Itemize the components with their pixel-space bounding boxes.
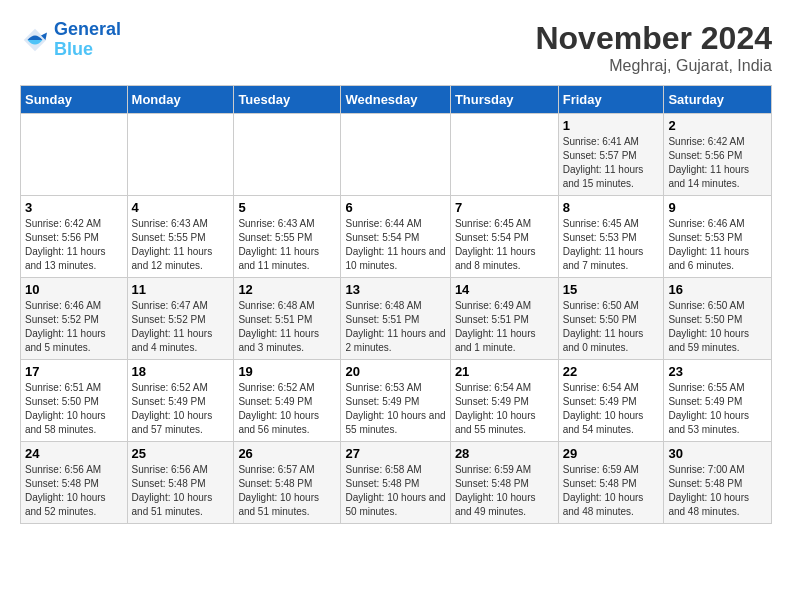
day-number: 14 xyxy=(455,282,554,297)
location: Meghraj, Gujarat, India xyxy=(535,57,772,75)
calendar-cell: 24Sunrise: 6:56 AM Sunset: 5:48 PM Dayli… xyxy=(21,442,128,524)
calendar-cell: 8Sunrise: 6:45 AM Sunset: 5:53 PM Daylig… xyxy=(558,196,664,278)
day-number: 3 xyxy=(25,200,123,215)
day-number: 9 xyxy=(668,200,767,215)
day-info: Sunrise: 6:56 AM Sunset: 5:48 PM Dayligh… xyxy=(132,463,230,519)
day-info: Sunrise: 6:52 AM Sunset: 5:49 PM Dayligh… xyxy=(238,381,336,437)
calendar-cell: 22Sunrise: 6:54 AM Sunset: 5:49 PM Dayli… xyxy=(558,360,664,442)
calendar-cell: 25Sunrise: 6:56 AM Sunset: 5:48 PM Dayli… xyxy=(127,442,234,524)
day-info: Sunrise: 6:44 AM Sunset: 5:54 PM Dayligh… xyxy=(345,217,445,273)
day-number: 22 xyxy=(563,364,660,379)
calendar-cell: 2Sunrise: 6:42 AM Sunset: 5:56 PM Daylig… xyxy=(664,114,772,196)
calendar-cell: 20Sunrise: 6:53 AM Sunset: 5:49 PM Dayli… xyxy=(341,360,450,442)
day-number: 7 xyxy=(455,200,554,215)
day-info: Sunrise: 6:56 AM Sunset: 5:48 PM Dayligh… xyxy=(25,463,123,519)
day-info: Sunrise: 6:52 AM Sunset: 5:49 PM Dayligh… xyxy=(132,381,230,437)
day-number: 25 xyxy=(132,446,230,461)
day-info: Sunrise: 6:59 AM Sunset: 5:48 PM Dayligh… xyxy=(563,463,660,519)
calendar-cell: 26Sunrise: 6:57 AM Sunset: 5:48 PM Dayli… xyxy=(234,442,341,524)
calendar-cell: 3Sunrise: 6:42 AM Sunset: 5:56 PM Daylig… xyxy=(21,196,128,278)
calendar-cell xyxy=(21,114,128,196)
calendar-cell: 13Sunrise: 6:48 AM Sunset: 5:51 PM Dayli… xyxy=(341,278,450,360)
day-info: Sunrise: 6:51 AM Sunset: 5:50 PM Dayligh… xyxy=(25,381,123,437)
day-info: Sunrise: 6:49 AM Sunset: 5:51 PM Dayligh… xyxy=(455,299,554,355)
day-info: Sunrise: 7:00 AM Sunset: 5:48 PM Dayligh… xyxy=(668,463,767,519)
day-number: 20 xyxy=(345,364,445,379)
calendar-cell: 19Sunrise: 6:52 AM Sunset: 5:49 PM Dayli… xyxy=(234,360,341,442)
calendar-week-row: 24Sunrise: 6:56 AM Sunset: 5:48 PM Dayli… xyxy=(21,442,772,524)
day-info: Sunrise: 6:47 AM Sunset: 5:52 PM Dayligh… xyxy=(132,299,230,355)
calendar-cell: 10Sunrise: 6:46 AM Sunset: 5:52 PM Dayli… xyxy=(21,278,128,360)
calendar-table: SundayMondayTuesdayWednesdayThursdayFrid… xyxy=(20,85,772,524)
weekday-header: Tuesday xyxy=(234,86,341,114)
calendar-cell: 5Sunrise: 6:43 AM Sunset: 5:55 PM Daylig… xyxy=(234,196,341,278)
logo-text: General Blue xyxy=(54,20,121,60)
calendar-week-row: 10Sunrise: 6:46 AM Sunset: 5:52 PM Dayli… xyxy=(21,278,772,360)
weekday-header: Wednesday xyxy=(341,86,450,114)
day-number: 4 xyxy=(132,200,230,215)
day-info: Sunrise: 6:59 AM Sunset: 5:48 PM Dayligh… xyxy=(455,463,554,519)
month-title: November 2024 xyxy=(535,20,772,57)
logo-icon xyxy=(20,25,50,55)
day-info: Sunrise: 6:46 AM Sunset: 5:52 PM Dayligh… xyxy=(25,299,123,355)
weekday-header: Thursday xyxy=(450,86,558,114)
day-number: 5 xyxy=(238,200,336,215)
calendar-week-row: 3Sunrise: 6:42 AM Sunset: 5:56 PM Daylig… xyxy=(21,196,772,278)
title-block: November 2024 Meghraj, Gujarat, India xyxy=(535,20,772,75)
calendar-cell: 30Sunrise: 7:00 AM Sunset: 5:48 PM Dayli… xyxy=(664,442,772,524)
day-number: 1 xyxy=(563,118,660,133)
day-info: Sunrise: 6:43 AM Sunset: 5:55 PM Dayligh… xyxy=(132,217,230,273)
weekday-header: Friday xyxy=(558,86,664,114)
day-number: 24 xyxy=(25,446,123,461)
day-info: Sunrise: 6:53 AM Sunset: 5:49 PM Dayligh… xyxy=(345,381,445,437)
calendar-cell: 11Sunrise: 6:47 AM Sunset: 5:52 PM Dayli… xyxy=(127,278,234,360)
day-number: 16 xyxy=(668,282,767,297)
day-number: 2 xyxy=(668,118,767,133)
day-number: 12 xyxy=(238,282,336,297)
calendar-cell: 18Sunrise: 6:52 AM Sunset: 5:49 PM Dayli… xyxy=(127,360,234,442)
calendar-cell: 12Sunrise: 6:48 AM Sunset: 5:51 PM Dayli… xyxy=(234,278,341,360)
calendar-cell: 15Sunrise: 6:50 AM Sunset: 5:50 PM Dayli… xyxy=(558,278,664,360)
day-number: 18 xyxy=(132,364,230,379)
day-info: Sunrise: 6:50 AM Sunset: 5:50 PM Dayligh… xyxy=(668,299,767,355)
day-info: Sunrise: 6:42 AM Sunset: 5:56 PM Dayligh… xyxy=(668,135,767,191)
day-info: Sunrise: 6:45 AM Sunset: 5:53 PM Dayligh… xyxy=(563,217,660,273)
day-number: 8 xyxy=(563,200,660,215)
day-info: Sunrise: 6:57 AM Sunset: 5:48 PM Dayligh… xyxy=(238,463,336,519)
day-info: Sunrise: 6:50 AM Sunset: 5:50 PM Dayligh… xyxy=(563,299,660,355)
calendar-cell: 27Sunrise: 6:58 AM Sunset: 5:48 PM Dayli… xyxy=(341,442,450,524)
weekday-header: Sunday xyxy=(21,86,128,114)
day-number: 23 xyxy=(668,364,767,379)
day-number: 13 xyxy=(345,282,445,297)
day-info: Sunrise: 6:55 AM Sunset: 5:49 PM Dayligh… xyxy=(668,381,767,437)
calendar-cell: 14Sunrise: 6:49 AM Sunset: 5:51 PM Dayli… xyxy=(450,278,558,360)
day-number: 29 xyxy=(563,446,660,461)
calendar-cell: 6Sunrise: 6:44 AM Sunset: 5:54 PM Daylig… xyxy=(341,196,450,278)
calendar-cell: 21Sunrise: 6:54 AM Sunset: 5:49 PM Dayli… xyxy=(450,360,558,442)
day-info: Sunrise: 6:43 AM Sunset: 5:55 PM Dayligh… xyxy=(238,217,336,273)
day-info: Sunrise: 6:48 AM Sunset: 5:51 PM Dayligh… xyxy=(238,299,336,355)
day-number: 21 xyxy=(455,364,554,379)
day-number: 26 xyxy=(238,446,336,461)
day-number: 15 xyxy=(563,282,660,297)
page-header: General Blue November 2024 Meghraj, Guja… xyxy=(20,20,772,75)
day-info: Sunrise: 6:46 AM Sunset: 5:53 PM Dayligh… xyxy=(668,217,767,273)
day-number: 19 xyxy=(238,364,336,379)
day-number: 11 xyxy=(132,282,230,297)
day-info: Sunrise: 6:41 AM Sunset: 5:57 PM Dayligh… xyxy=(563,135,660,191)
calendar-cell xyxy=(341,114,450,196)
calendar-cell: 9Sunrise: 6:46 AM Sunset: 5:53 PM Daylig… xyxy=(664,196,772,278)
day-info: Sunrise: 6:42 AM Sunset: 5:56 PM Dayligh… xyxy=(25,217,123,273)
day-number: 6 xyxy=(345,200,445,215)
day-number: 10 xyxy=(25,282,123,297)
weekday-header: Saturday xyxy=(664,86,772,114)
calendar-cell xyxy=(127,114,234,196)
calendar-cell: 1Sunrise: 6:41 AM Sunset: 5:57 PM Daylig… xyxy=(558,114,664,196)
calendar-cell: 16Sunrise: 6:50 AM Sunset: 5:50 PM Dayli… xyxy=(664,278,772,360)
calendar-cell: 23Sunrise: 6:55 AM Sunset: 5:49 PM Dayli… xyxy=(664,360,772,442)
day-info: Sunrise: 6:58 AM Sunset: 5:48 PM Dayligh… xyxy=(345,463,445,519)
calendar-cell: 28Sunrise: 6:59 AM Sunset: 5:48 PM Dayli… xyxy=(450,442,558,524)
day-number: 30 xyxy=(668,446,767,461)
calendar-week-row: 1Sunrise: 6:41 AM Sunset: 5:57 PM Daylig… xyxy=(21,114,772,196)
day-info: Sunrise: 6:54 AM Sunset: 5:49 PM Dayligh… xyxy=(455,381,554,437)
